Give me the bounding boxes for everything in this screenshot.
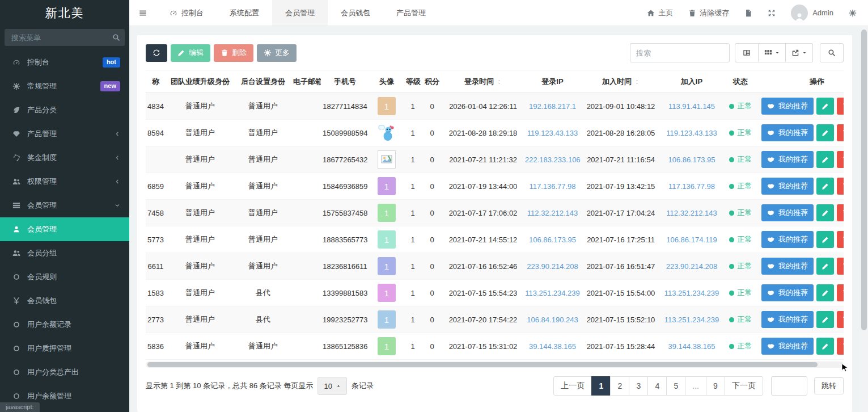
delete-row-button[interactable] [837, 178, 844, 195]
recommend-button[interactable]: 我的推荐 [761, 258, 814, 275]
table-row-7[interactable]: 6611普通用户普通用户182368166111102021-07-16 16:… [146, 253, 844, 280]
clear-cache-link[interactable]: 清除缓存 [688, 8, 729, 18]
table-row-8[interactable]: 1583普通用户县代133998815831102021-07-15 15:54… [146, 280, 844, 306]
edit-row-button[interactable] [816, 258, 834, 275]
sidebar-item-奖金制度-4[interactable]: 奖金制度 [0, 146, 129, 170]
table-row-5[interactable]: 7458普通用户普通用户157558374581102021-07-17 17:… [146, 200, 844, 226]
recommend-button[interactable]: 我的推荐 [761, 178, 814, 195]
export-dropdown-button[interactable] [786, 43, 813, 62]
vertical-scrollbar[interactable] [860, 26, 868, 412]
sidebar-item-用户余额记录-11[interactable]: 用户余额记录 [0, 313, 129, 337]
column-header-join_time[interactable]: 加入时间 [582, 70, 660, 93]
recommend-button[interactable]: 我的推荐 [761, 284, 814, 301]
sidebar-item-产品管理-3[interactable]: 产品管理 [0, 122, 129, 146]
tab-会员管理[interactable]: 会员管理 [272, 0, 328, 26]
refresh-button[interactable] [146, 44, 167, 62]
delete-button[interactable]: 删除 [214, 44, 253, 62]
cell-login_time: 2021-07-15 15:31:02 [443, 333, 523, 360]
edit-row-button[interactable] [816, 124, 834, 141]
bars-icon [10, 201, 23, 209]
delete-row-button[interactable] [837, 231, 844, 248]
settings-gear-icon[interactable] [849, 9, 857, 17]
edit-row-button[interactable] [816, 178, 834, 195]
sidebar-item-产品分类-2[interactable]: 产品分类 [0, 98, 129, 122]
tab-控制台[interactable]: 控制台 [156, 0, 217, 26]
sidebar-item-常规管理-1[interactable]: 常规管理new [0, 74, 129, 98]
toggle-detail-view-button[interactable] [735, 43, 759, 62]
sidebar-item-会员规则-9[interactable]: 会员规则 [0, 265, 129, 289]
table-search-input[interactable] [630, 43, 730, 62]
recommend-button[interactable]: 我的推荐 [761, 124, 814, 141]
horizontal-scrollbar[interactable] [146, 361, 844, 368]
page-button-3[interactable]: 3 [629, 376, 648, 396]
more-button[interactable]: 更多 [257, 44, 297, 62]
page-button-1[interactable]: 1 [591, 376, 611, 396]
column-header-login_time[interactable]: 登录时间 [443, 70, 523, 93]
page-button-4[interactable]: 4 [647, 376, 667, 396]
vertical-scrollbar-thumb[interactable] [861, 30, 867, 330]
page-button-5[interactable]: 5 [666, 376, 685, 396]
page-button-9[interactable]: 9 [706, 376, 725, 396]
recommend-button[interactable]: 我的推荐 [761, 98, 814, 115]
edit-row-button[interactable] [816, 284, 834, 301]
delete-row-button[interactable] [837, 258, 844, 275]
next-page-button[interactable]: 下一页 [725, 376, 763, 396]
table-row-4[interactable]: 6859普通用户普通用户158469368591102021-07-19 13:… [146, 173, 844, 200]
sidebar-item-会员钱包-10[interactable]: 会员钱包 [0, 289, 129, 313]
delete-row-button[interactable] [837, 151, 844, 168]
tab-系统配置[interactable]: 系统配置 [217, 0, 272, 26]
delete-row-button[interactable] [837, 311, 844, 328]
delete-row-button[interactable] [837, 98, 844, 115]
edit-row-button[interactable] [816, 204, 834, 221]
recommend-button[interactable]: 我的推荐 [761, 311, 814, 328]
edit-button[interactable]: 编辑 [171, 44, 210, 62]
delete-row-button[interactable] [837, 124, 844, 141]
columns-dropdown-button[interactable] [759, 43, 786, 62]
tab-产品管理[interactable]: 产品管理 [383, 0, 439, 26]
sort-icon[interactable] [497, 78, 502, 86]
cell-login_ip: 192.168.217.1 [523, 93, 582, 120]
table-row-1[interactable]: 4834普通用户普通用户182771148341102026-01-04 12:… [146, 93, 844, 120]
edit-row-button[interactable] [816, 151, 834, 168]
jump-page-input[interactable] [771, 376, 807, 396]
fullscreen-icon[interactable] [768, 9, 776, 17]
user-menu[interactable]: Admin [791, 5, 833, 22]
table-row-3[interactable]: 普通用户普通用户18677265432102021-07-21 11:21:32… [146, 146, 844, 173]
edit-row-button[interactable] [816, 311, 834, 328]
edit-row-button[interactable] [816, 98, 834, 115]
horizontal-scrollbar-thumb[interactable] [147, 362, 818, 367]
home-link[interactable]: 主页 [647, 8, 673, 18]
table-row-10[interactable]: 5836普通用户普通用户138651258361102021-07-15 15:… [146, 333, 844, 360]
sort-icon[interactable] [634, 78, 640, 86]
prev-page-button[interactable]: 上一页 [553, 376, 592, 396]
table-row-2[interactable]: 8594普通用户普通用户15089988594102021-08-28 18:2… [146, 120, 844, 146]
recommend-button[interactable]: 我的推荐 [761, 231, 814, 248]
search-button[interactable] [820, 43, 844, 62]
menu-toggle-icon[interactable] [129, 9, 156, 17]
jump-button[interactable]: 跳转 [814, 377, 844, 394]
sidebar-item-会员管理-6[interactable]: 会员管理 [0, 194, 129, 217]
sidebar-item-用户分类总产出-13[interactable]: 用户分类总产出 [0, 360, 129, 384]
recommend-button[interactable]: 我的推荐 [761, 204, 814, 221]
page-button-2[interactable]: 2 [610, 376, 629, 396]
tab-会员钱包[interactable]: 会员钱包 [328, 0, 383, 26]
edit-row-button[interactable] [816, 231, 834, 248]
sidebar-item-控制台-0[interactable]: 控制台hot [0, 51, 129, 74]
document-language-icon[interactable] [744, 9, 752, 17]
delete-row-button[interactable] [837, 338, 844, 355]
sidebar-item-权限管理-5[interactable]: 权限管理 [0, 170, 129, 194]
delete-row-button[interactable] [837, 204, 844, 221]
table-row-6[interactable]: 5773普通用户普通用户188835657731102021-07-21 14:… [146, 226, 844, 253]
member-avatar: 1 [378, 230, 396, 249]
join_ip-value: 113.251.234.239 [664, 289, 719, 297]
sidebar-search-input[interactable] [10, 33, 112, 43]
edit-row-button[interactable] [816, 338, 834, 355]
sidebar-item-会员管理-7[interactable]: 会员管理 [0, 217, 129, 241]
recommend-button[interactable]: 我的推荐 [761, 151, 814, 168]
sidebar-item-会员分组-8[interactable]: 会员分组 [0, 241, 129, 265]
page-size-dropdown[interactable]: 10 [317, 377, 346, 395]
sidebar-item-用户质押管理-12[interactable]: 用户质押管理 [0, 337, 129, 360]
table-row-9[interactable]: 2773普通用户县代199232527731102021-07-20 17:54… [146, 306, 844, 333]
recommend-button[interactable]: 我的推荐 [761, 338, 814, 355]
delete-row-button[interactable] [837, 284, 844, 301]
